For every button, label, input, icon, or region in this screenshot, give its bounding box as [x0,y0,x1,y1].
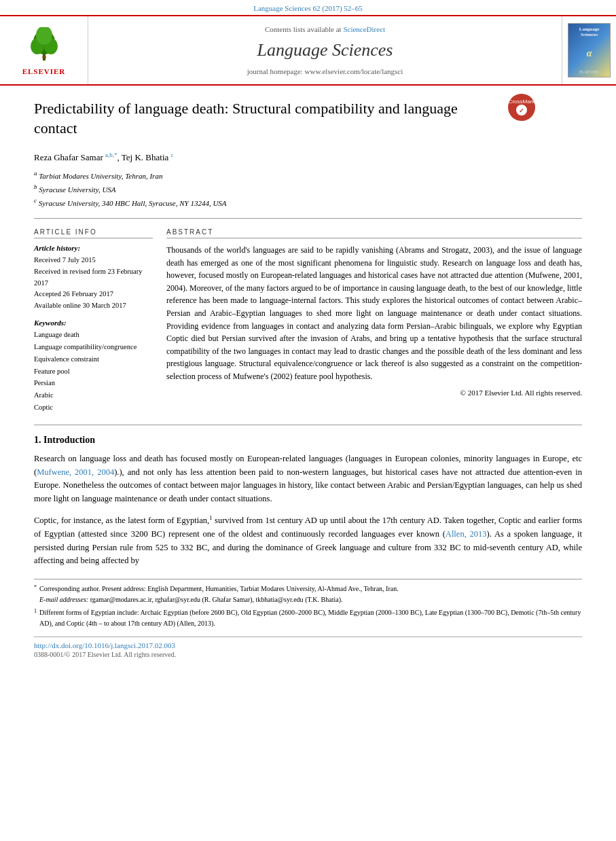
abstract-label: ABSTRACT [166,228,582,238]
divider-2 [34,425,582,425]
license-text: 0388-0001/© 2017 Elsevier Ltd. All right… [34,651,582,658]
affil-b: b Syracuse University, USA [34,183,582,195]
keywords-list: Language death Language compatibility/co… [34,329,153,414]
affiliations: a Tarbiat Modares University, Tehran, Ir… [34,169,582,209]
svg-text:✓: ✓ [519,107,524,114]
affil-c: c Syracuse University, 340 HBC Hall, Syr… [34,196,582,209]
main-content: Predictability of language death: Struct… [0,86,616,672]
keyword-2: Language compatibility/congruence [34,341,153,353]
journal-cover-image: LanguageSciences α ELSEVIER [568,23,611,77]
crossmark-icon: CrossMark ✓ [507,92,537,122]
email-link-2[interactable]: rghafar@syr.edu [155,596,200,603]
keyword-5: Persian [34,377,153,389]
info-abstract-columns: ARTICLE INFO Article history: Received 7… [34,228,582,414]
elsevier-logo-area: ELSEVIER [0,16,88,84]
divider-1 [34,218,582,219]
journal-title: Language Sciences [257,40,393,60]
accepted-date: Accepted 26 February 2017 [34,289,153,300]
available-date: Available online 30 March 2017 [34,300,153,312]
crossmark-area: CrossMark ✓ [507,92,537,125]
footnote-1: 1 Different forms of Egyptian include: A… [34,607,582,628]
authors-line: Reza Ghafar Samar a,b,*, Tej K. Bhatia c [34,151,582,163]
journal-header: ELSEVIER Contents lists available at Sci… [0,15,616,86]
elsevier-logo: ELSEVIER [17,25,71,75]
article-title: Predictability of language death: Struct… [34,99,496,138]
intro-section-title: 1. Introduction [34,435,582,446]
keyword-4: Feature pool [34,365,153,378]
allen-link[interactable]: Allen, 2013 [446,529,487,539]
journal-homepage: journal homepage: www.elsevier.com/locat… [247,67,403,75]
received-date: Received 7 July 2015 [34,255,153,266]
abstract-column: ABSTRACT Thousands of the world's langua… [166,228,582,414]
keyword-1: Language death [34,329,153,341]
keyword-6: Arabic [34,389,153,401]
history-label: Article history: [34,244,153,252]
keyword-7: Coptic [34,401,153,414]
copyright-text: © 2017 Elsevier Ltd. All rights reserved… [166,389,582,397]
title-row: Predictability of language death: Struct… [34,99,582,145]
revised-date: Received in revised form 23 February 201… [34,266,153,289]
citation-bar: Language Sciences 62 (2017) 52–65 [0,0,616,15]
intro-paragraph-1: Research on language loss and death has … [34,452,582,506]
elsevier-brand-text: ELSEVIER [17,67,71,75]
citation-text: Language Sciences 62 (2017) 52–65 [253,4,363,12]
introduction-section: 1. Introduction Research on language los… [34,435,582,568]
footnotes-section: * Corresponding author. Present address:… [34,579,582,628]
footnote-star: * Corresponding author. Present address:… [34,584,582,605]
science-direct-link[interactable]: ScienceDirect [343,25,385,33]
doi-section: http://dx.doi.org/10.1016/j.langsci.2017… [34,637,582,658]
allen-footnote-link[interactable]: Allen, 2013 [179,620,211,627]
journal-info-center: Contents lists available at ScienceDirec… [88,16,562,84]
mufwene-link[interactable]: Mufwene, 2001, 2004 [37,467,114,477]
email-link-3[interactable]: tkbhatia@syr.edu [256,596,304,603]
keyword-3: Equivalence constraint [34,353,153,365]
journal-cover-area: LanguageSciences α ELSEVIER [562,16,616,84]
svg-point-5 [42,55,46,59]
contents-available-text: Contents lists available at ScienceDirec… [265,25,385,33]
article-info-column: ARTICLE INFO Article history: Received 7… [34,228,153,414]
article-info-label: ARTICLE INFO [34,228,153,238]
svg-text:CrossMark: CrossMark [509,99,536,105]
keywords-label: Keywords: [34,319,153,327]
elsevier-tree-icon [24,27,65,65]
page: Language Sciences 62 (2017) 52–65 [0,0,616,841]
doi-link[interactable]: http://dx.doi.org/10.1016/j.langsci.2017… [34,641,582,649]
email-link-1[interactable]: rgamar@modares.ac.ir [90,596,152,603]
intro-paragraph-2: Coptic, for instance, as the latest form… [34,513,582,568]
abstract-text: Thousands of the world's languages are s… [166,244,582,383]
affil-a: a Tarbiat Modares University, Tehran, Ir… [34,169,582,181]
